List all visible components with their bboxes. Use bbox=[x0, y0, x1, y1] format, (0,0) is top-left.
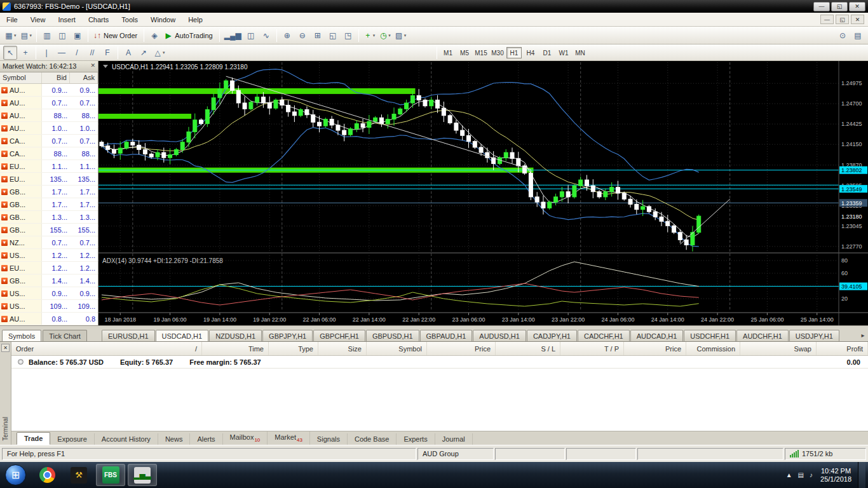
timeframe-m1-button[interactable]: M1 bbox=[440, 47, 456, 58]
market-watch-row[interactable]: ▼AU...88...88... bbox=[0, 109, 98, 122]
timeframe-m15-button[interactable]: M15 bbox=[473, 47, 489, 58]
equidistant-channel-button[interactable]: // bbox=[85, 46, 99, 60]
zoom-in-button[interactable]: ⊕ bbox=[280, 29, 294, 43]
market-watch-tab-symbols[interactable]: Symbols bbox=[2, 330, 41, 341]
timeframe-d1-button[interactable]: D1 bbox=[539, 47, 555, 58]
terminal-column-size[interactable]: Size bbox=[318, 342, 367, 355]
chart-tab-gbpaud-h1[interactable]: GBPAUD,H1 bbox=[420, 330, 473, 341]
child-restore-button[interactable]: ◱ bbox=[836, 15, 849, 24]
line-chart-button[interactable]: ∿ bbox=[259, 29, 273, 43]
market-watch-row[interactable]: ▼US...0.9...0.9... bbox=[0, 287, 98, 300]
shapes-button[interactable]: △▾ bbox=[152, 46, 166, 60]
menu-help[interactable]: Help bbox=[182, 13, 209, 26]
menu-file[interactable]: File bbox=[0, 13, 24, 26]
terminal-tab-trade[interactable]: Trade bbox=[17, 432, 50, 445]
terminal-tab-journal[interactable]: Journal bbox=[435, 433, 473, 445]
market-watch-row[interactable]: ▼US...1.2...1.2... bbox=[0, 249, 98, 262]
terminal-tab-signals[interactable]: Signals bbox=[310, 433, 348, 445]
timeframe-m30-button[interactable]: M30 bbox=[490, 47, 505, 58]
timeframe-mn-button[interactable]: MN bbox=[573, 47, 588, 58]
tray-chevron-up-icon[interactable]: ▲ bbox=[786, 471, 792, 478]
terminal-column-time[interactable]: Time bbox=[202, 342, 269, 355]
expert-advisors-button[interactable]: ◈ bbox=[147, 29, 161, 43]
arrow-objects-button[interactable]: ↗ bbox=[137, 46, 151, 60]
market-watch-row[interactable]: ▼GB...155...155... bbox=[0, 224, 98, 236]
terminal-tab-market[interactable]: Market43 bbox=[268, 431, 310, 445]
candlestick-chart-button[interactable]: ◫ bbox=[244, 29, 258, 43]
templates-button[interactable]: ▨▾ bbox=[393, 29, 408, 43]
terminal-tab-account-history[interactable]: Account History bbox=[95, 433, 158, 445]
market-watch-row[interactable]: ▼EU...1.1...1.1... bbox=[0, 160, 98, 173]
restore-button[interactable]: ◱ bbox=[831, 2, 848, 11]
chart-tab-audcad-h1[interactable]: AUDCAD,H1 bbox=[630, 330, 684, 341]
show-desktop-button[interactable] bbox=[858, 462, 865, 488]
bar-chart-button[interactable]: ▂▄▆ bbox=[223, 29, 243, 43]
taskbar-mt4-button[interactable]: ▂▅▃ bbox=[128, 464, 157, 486]
terminal-tab-alerts[interactable]: Alerts bbox=[190, 433, 222, 445]
taskbar-chrome-button[interactable] bbox=[32, 464, 62, 486]
price-chart[interactable]: 1.249751.247001.244251.241501.238701.235… bbox=[98, 61, 868, 325]
navigator-button[interactable]: ▣ bbox=[71, 29, 85, 43]
market-watch-row[interactable]: ▼CA...88...88... bbox=[0, 147, 98, 160]
chart-tab-gbpusd-h1[interactable]: GBPUSD,H1 bbox=[366, 330, 419, 341]
tile-windows-button[interactable]: ⊞ bbox=[311, 29, 325, 43]
text-label-button[interactable]: A bbox=[121, 46, 135, 60]
chart-tab-gbpjpy-h1[interactable]: GBPJPY,H1 bbox=[262, 330, 313, 341]
fibonacci-button[interactable]: F bbox=[100, 46, 114, 60]
market-watch-column-ask[interactable]: Ask bbox=[70, 72, 98, 83]
terminal-column-price-2[interactable]: Price bbox=[624, 342, 686, 355]
print-button[interactable]: ▤ bbox=[851, 29, 865, 43]
terminal-tab-exposure[interactable]: Exposure bbox=[50, 433, 94, 445]
indicators-button[interactable]: +▾ bbox=[362, 29, 377, 43]
terminal-tab-code-base[interactable]: Code Base bbox=[348, 433, 397, 445]
autotrading-button[interactable]: ▶AutoTrading bbox=[163, 29, 216, 43]
market-watch-row[interactable]: ▼GB...1.7...1.7... bbox=[0, 198, 98, 211]
market-watch-row[interactable]: ▼GB...1.4...1.4... bbox=[0, 274, 98, 287]
cascade-windows-button[interactable]: ◱ bbox=[326, 29, 340, 43]
menu-tools[interactable]: Tools bbox=[115, 13, 144, 26]
search-button[interactable]: ⊙ bbox=[836, 29, 850, 43]
chart-tab-usdcad-h1[interactable]: USDCAD,H1 bbox=[156, 330, 209, 341]
terminal-column-type[interactable]: Type bbox=[269, 342, 318, 355]
terminal-tab-experts[interactable]: Experts bbox=[397, 433, 435, 445]
taskbar-fbs-button[interactable]: FBS bbox=[96, 464, 125, 486]
taskbar-app-button[interactable]: ⚒ bbox=[64, 464, 93, 486]
arrange-windows-button[interactable]: ◳ bbox=[341, 29, 355, 43]
tray-volume-icon[interactable]: ♪ bbox=[810, 471, 813, 478]
market-watch-row[interactable]: ▼GB...1.7...1.7... bbox=[0, 186, 98, 198]
chart-tab-nzdusd-h1[interactable]: NZDUSD,H1 bbox=[209, 330, 262, 341]
timeframe-h1-button[interactable]: H1 bbox=[506, 47, 522, 58]
chart-tab-gbpchf-h1[interactable]: GBPCHF,H1 bbox=[313, 330, 365, 341]
child-minimize-button[interactable]: — bbox=[820, 15, 834, 24]
menu-window[interactable]: Window bbox=[144, 13, 182, 26]
market-watch-row[interactable]: ▼GB...1.3...1.3... bbox=[0, 211, 98, 224]
terminal-column-order[interactable]: Order/ bbox=[11, 342, 202, 355]
market-watch-tab-tick-chart[interactable]: Tick Chart bbox=[43, 330, 87, 341]
timeframe-m5-button[interactable]: M5 bbox=[457, 47, 472, 58]
terminal-column-commission[interactable]: Commission bbox=[686, 342, 740, 355]
timeframe-h4-button[interactable]: H4 bbox=[523, 47, 538, 58]
market-watch-row[interactable]: ▼AU...0.8...0.8 bbox=[0, 313, 98, 325]
market-watch-row[interactable]: ▼AU...1.0...1.0... bbox=[0, 122, 98, 135]
resistance-zone[interactable] bbox=[98, 114, 191, 119]
market-watch-button[interactable]: ▥ bbox=[40, 29, 54, 43]
chart-tab-usdchf-h1[interactable]: USDCHF,H1 bbox=[684, 330, 736, 341]
terminal-column-profit[interactable]: Profit bbox=[817, 342, 868, 355]
terminal-tab-mailbox[interactable]: Mailbox10 bbox=[223, 431, 268, 445]
terminal-tab-news[interactable]: News bbox=[158, 433, 191, 445]
market-watch-row[interactable]: ▼CA...0.7...0.7... bbox=[0, 135, 98, 147]
terminal-column-price[interactable]: Price bbox=[427, 342, 496, 355]
resistance-zone[interactable] bbox=[98, 88, 415, 94]
vertical-line-button[interactable]: | bbox=[39, 46, 53, 60]
chart-tab-usdjpy-h1[interactable]: USDJPY,H1 bbox=[789, 330, 839, 341]
terminal-column-swap[interactable]: Swap bbox=[740, 342, 817, 355]
timeframe-w1-button[interactable]: W1 bbox=[556, 47, 571, 58]
menu-view[interactable]: View bbox=[24, 13, 52, 26]
market-watch-column-symbol[interactable]: Symbol bbox=[0, 72, 42, 83]
crosshair-button[interactable]: + bbox=[18, 46, 32, 60]
menu-charts[interactable]: Charts bbox=[82, 13, 115, 26]
terminal-close-icon[interactable]: ✕ bbox=[1, 344, 10, 352]
terminal-column-t-p[interactable]: T / P bbox=[560, 342, 624, 355]
balance-row[interactable]: Balance: 5 765.37 USD Equity: 5 765.37 F… bbox=[11, 356, 868, 369]
chart-tab-cadchf-h1[interactable]: CADCHF,H1 bbox=[578, 330, 630, 341]
